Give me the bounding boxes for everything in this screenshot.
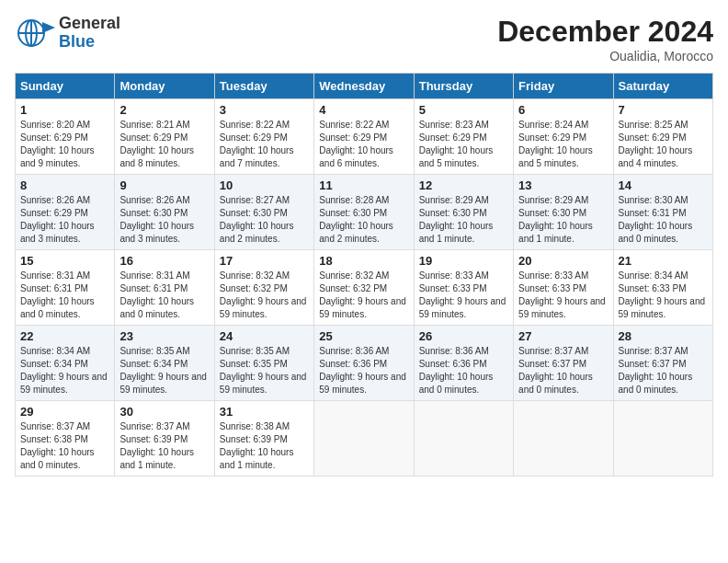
- page-header: General Blue December 2024 Oualidia, Mor…: [15, 15, 713, 63]
- day-number: 19: [419, 254, 508, 268]
- day-info: Sunrise: 8:28 AMSunset: 6:30 PMDaylight:…: [319, 194, 408, 246]
- day-number: 17: [220, 254, 309, 268]
- day-number: 27: [518, 329, 608, 343]
- day-info: Sunrise: 8:26 AMSunset: 6:30 PMDaylight:…: [119, 194, 209, 246]
- day-info: Sunrise: 8:31 AMSunset: 6:31 PMDaylight:…: [20, 270, 109, 321]
- table-row: 12Sunrise: 8:29 AMSunset: 6:30 PMDayligh…: [414, 175, 513, 250]
- day-number: 23: [119, 329, 209, 343]
- day-info: Sunrise: 8:35 AMSunset: 6:35 PMDaylight:…: [220, 345, 309, 396]
- table-row: [514, 401, 613, 477]
- table-row: 25Sunrise: 8:36 AMSunset: 6:36 PMDayligh…: [314, 326, 414, 401]
- logo: General Blue: [15, 15, 120, 52]
- day-info: Sunrise: 8:37 AMSunset: 6:37 PMDaylight:…: [518, 345, 608, 396]
- table-row: 1Sunrise: 8:20 AMSunset: 6:29 PMDaylight…: [16, 99, 115, 175]
- day-number: 12: [419, 178, 508, 192]
- calendar-week-2: 8Sunrise: 8:26 AMSunset: 6:29 PMDaylight…: [16, 175, 713, 250]
- day-info: Sunrise: 8:32 AMSunset: 6:32 PMDaylight:…: [319, 270, 408, 321]
- day-info: Sunrise: 8:22 AMSunset: 6:29 PMDaylight:…: [319, 119, 408, 170]
- day-info: Sunrise: 8:34 AMSunset: 6:33 PMDaylight:…: [619, 270, 708, 321]
- table-row: 24Sunrise: 8:35 AMSunset: 6:35 PMDayligh…: [214, 326, 313, 401]
- table-row: 29Sunrise: 8:37 AMSunset: 6:38 PMDayligh…: [16, 401, 115, 477]
- calendar-week-3: 15Sunrise: 8:31 AMSunset: 6:31 PMDayligh…: [16, 250, 713, 326]
- logo-icon: [15, 17, 55, 50]
- table-row: 10Sunrise: 8:27 AMSunset: 6:30 PMDayligh…: [214, 175, 313, 250]
- table-row: 23Sunrise: 8:35 AMSunset: 6:34 PMDayligh…: [115, 326, 214, 401]
- day-number: 11: [319, 178, 408, 192]
- day-number: 24: [220, 329, 309, 343]
- day-info: Sunrise: 8:27 AMSunset: 6:30 PMDaylight:…: [220, 194, 309, 246]
- table-row: 26Sunrise: 8:36 AMSunset: 6:36 PMDayligh…: [414, 326, 513, 401]
- table-row: 19Sunrise: 8:33 AMSunset: 6:33 PMDayligh…: [414, 250, 513, 326]
- table-row: 20Sunrise: 8:33 AMSunset: 6:33 PMDayligh…: [514, 250, 613, 326]
- day-number: 9: [119, 178, 209, 192]
- day-number: 28: [619, 329, 708, 343]
- day-number: 15: [20, 254, 109, 268]
- table-row: 13Sunrise: 8:29 AMSunset: 6:30 PMDayligh…: [514, 175, 613, 250]
- day-info: Sunrise: 8:25 AMSunset: 6:29 PMDaylight:…: [619, 119, 708, 170]
- weekday-header-friday: Friday: [514, 74, 613, 99]
- day-number: 10: [220, 178, 309, 192]
- day-number: 6: [518, 103, 608, 117]
- table-row: 3Sunrise: 8:22 AMSunset: 6:29 PMDaylight…: [214, 99, 313, 175]
- calendar-week-5: 29Sunrise: 8:37 AMSunset: 6:38 PMDayligh…: [16, 401, 713, 477]
- logo-blue: Blue: [59, 33, 120, 52]
- day-number: 29: [20, 405, 109, 419]
- day-info: Sunrise: 8:30 AMSunset: 6:31 PMDaylight:…: [619, 194, 708, 246]
- day-info: Sunrise: 8:38 AMSunset: 6:39 PMDaylight:…: [220, 420, 309, 472]
- table-row: [314, 401, 414, 477]
- day-info: Sunrise: 8:36 AMSunset: 6:36 PMDaylight:…: [319, 345, 408, 396]
- day-number: 14: [619, 178, 708, 192]
- table-row: 6Sunrise: 8:24 AMSunset: 6:29 PMDaylight…: [514, 99, 613, 175]
- title-block: December 2024 Oualidia, Morocco: [497, 15, 713, 63]
- weekday-header-saturday: Saturday: [613, 74, 712, 99]
- table-row: [414, 401, 513, 477]
- day-info: Sunrise: 8:29 AMSunset: 6:30 PMDaylight:…: [518, 194, 608, 246]
- day-number: 31: [220, 405, 309, 419]
- table-row: 11Sunrise: 8:28 AMSunset: 6:30 PMDayligh…: [314, 175, 414, 250]
- day-info: Sunrise: 8:24 AMSunset: 6:29 PMDaylight:…: [518, 119, 608, 170]
- day-info: Sunrise: 8:37 AMSunset: 6:39 PMDaylight:…: [119, 420, 209, 472]
- day-number: 3: [220, 103, 309, 117]
- day-info: Sunrise: 8:35 AMSunset: 6:34 PMDaylight:…: [119, 345, 209, 396]
- day-number: 16: [119, 254, 209, 268]
- day-number: 25: [319, 329, 408, 343]
- calendar-week-1: 1Sunrise: 8:20 AMSunset: 6:29 PMDaylight…: [16, 99, 713, 175]
- day-info: Sunrise: 8:29 AMSunset: 6:30 PMDaylight:…: [419, 194, 508, 246]
- day-info: Sunrise: 8:33 AMSunset: 6:33 PMDaylight:…: [518, 270, 608, 321]
- day-number: 7: [619, 103, 708, 117]
- table-row: 17Sunrise: 8:32 AMSunset: 6:32 PMDayligh…: [214, 250, 313, 326]
- table-row: 18Sunrise: 8:32 AMSunset: 6:32 PMDayligh…: [314, 250, 414, 326]
- weekday-header-thursday: Thursday: [414, 74, 513, 99]
- calendar-week-4: 22Sunrise: 8:34 AMSunset: 6:34 PMDayligh…: [16, 326, 713, 401]
- day-info: Sunrise: 8:23 AMSunset: 6:29 PMDaylight:…: [419, 119, 508, 170]
- logo-general: General: [59, 15, 120, 33]
- table-row: 2Sunrise: 8:21 AMSunset: 6:29 PMDaylight…: [115, 99, 214, 175]
- day-info: Sunrise: 8:21 AMSunset: 6:29 PMDaylight:…: [119, 119, 209, 170]
- day-number: 18: [319, 254, 408, 268]
- table-row: [613, 401, 712, 477]
- svg-marker-4: [42, 22, 55, 33]
- day-info: Sunrise: 8:36 AMSunset: 6:36 PMDaylight:…: [419, 345, 508, 396]
- month-year: December 2024: [497, 15, 713, 49]
- day-number: 30: [119, 405, 209, 419]
- table-row: 5Sunrise: 8:23 AMSunset: 6:29 PMDaylight…: [414, 99, 513, 175]
- table-row: 9Sunrise: 8:26 AMSunset: 6:30 PMDaylight…: [115, 175, 214, 250]
- day-number: 13: [518, 178, 608, 192]
- weekday-header-sunday: Sunday: [16, 74, 115, 99]
- table-row: 15Sunrise: 8:31 AMSunset: 6:31 PMDayligh…: [16, 250, 115, 326]
- day-info: Sunrise: 8:37 AMSunset: 6:37 PMDaylight:…: [619, 345, 708, 396]
- day-info: Sunrise: 8:33 AMSunset: 6:33 PMDaylight:…: [419, 270, 508, 321]
- weekday-header-wednesday: Wednesday: [314, 74, 414, 99]
- table-row: 7Sunrise: 8:25 AMSunset: 6:29 PMDaylight…: [613, 99, 712, 175]
- day-number: 2: [119, 103, 209, 117]
- weekday-header-row: SundayMondayTuesdayWednesdayThursdayFrid…: [16, 74, 713, 99]
- table-row: 22Sunrise: 8:34 AMSunset: 6:34 PMDayligh…: [16, 326, 115, 401]
- day-info: Sunrise: 8:22 AMSunset: 6:29 PMDaylight:…: [220, 119, 309, 170]
- weekday-header-tuesday: Tuesday: [214, 74, 313, 99]
- day-info: Sunrise: 8:32 AMSunset: 6:32 PMDaylight:…: [220, 270, 309, 321]
- table-row: 27Sunrise: 8:37 AMSunset: 6:37 PMDayligh…: [514, 326, 613, 401]
- day-number: 1: [20, 103, 109, 117]
- table-row: 4Sunrise: 8:22 AMSunset: 6:29 PMDaylight…: [314, 99, 414, 175]
- day-info: Sunrise: 8:31 AMSunset: 6:31 PMDaylight:…: [119, 270, 209, 321]
- table-row: 8Sunrise: 8:26 AMSunset: 6:29 PMDaylight…: [16, 175, 115, 250]
